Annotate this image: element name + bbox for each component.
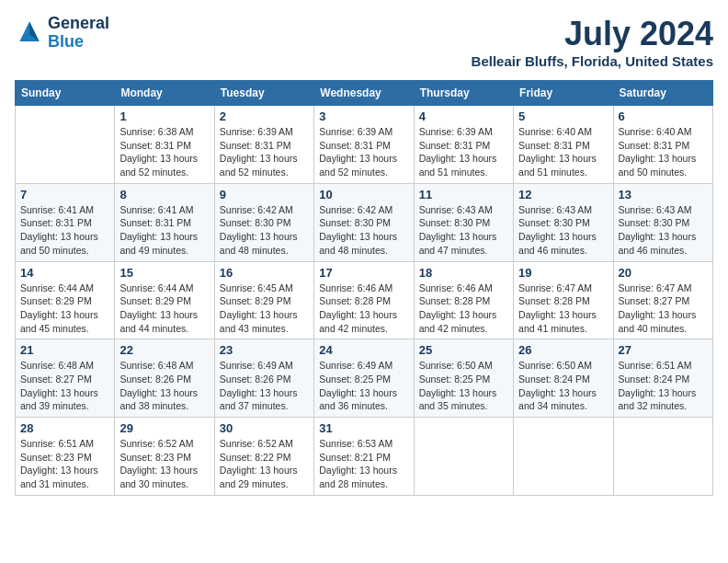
logo: General Blue [15, 15, 109, 52]
calendar-cell [16, 106, 115, 184]
week-row-5: 28Sunrise: 6:51 AMSunset: 8:23 PMDayligh… [16, 418, 713, 496]
location-title: Belleair Bluffs, Florida, United States [472, 53, 713, 69]
day-number: 11 [419, 188, 508, 201]
logo-text: General Blue [48, 15, 109, 52]
calendar-cell: 30Sunrise: 6:52 AMSunset: 8:22 PMDayligh… [214, 418, 313, 496]
calendar-cell: 8Sunrise: 6:41 AMSunset: 8:31 PMDaylight… [115, 183, 214, 261]
day-number: 29 [119, 421, 209, 435]
day-number: 24 [319, 343, 408, 357]
day-info: Sunrise: 6:40 AMSunset: 8:31 PMDaylight:… [619, 125, 708, 179]
weekday-header-row: SundayMondayTuesdayWednesdayThursdayFrid… [16, 81, 713, 106]
day-number: 18 [419, 266, 508, 280]
day-number: 5 [518, 109, 608, 123]
day-number: 23 [220, 343, 309, 357]
day-number: 15 [119, 266, 209, 280]
day-number: 17 [319, 266, 408, 280]
day-number: 25 [419, 343, 508, 357]
day-info: Sunrise: 6:47 AMSunset: 8:27 PMDaylight:… [619, 282, 708, 336]
day-number: 31 [319, 421, 408, 435]
calendar-cell: 11Sunrise: 6:43 AMSunset: 8:30 PMDayligh… [414, 183, 513, 261]
calendar-cell: 29Sunrise: 6:52 AMSunset: 8:23 PMDayligh… [115, 418, 214, 496]
calendar-cell: 13Sunrise: 6:43 AMSunset: 8:30 PMDayligh… [613, 183, 712, 261]
calendar-cell [514, 418, 613, 496]
weekday-header-saturday: Saturday [613, 81, 712, 106]
calendar-cell [414, 418, 513, 496]
day-number: 12 [518, 188, 608, 201]
calendar-cell: 25Sunrise: 6:50 AMSunset: 8:25 PMDayligh… [414, 339, 513, 418]
day-number: 27 [619, 343, 708, 357]
day-info: Sunrise: 6:39 AMSunset: 8:31 PMDaylight:… [419, 125, 508, 179]
calendar-cell: 21Sunrise: 6:48 AMSunset: 8:27 PMDayligh… [16, 339, 115, 418]
calendar-cell: 2Sunrise: 6:39 AMSunset: 8:31 PMDaylight… [214, 106, 313, 184]
day-info: Sunrise: 6:39 AMSunset: 8:31 PMDaylight:… [220, 125, 309, 179]
day-number: 10 [319, 188, 408, 201]
day-info: Sunrise: 6:46 AMSunset: 8:28 PMDaylight:… [419, 282, 508, 336]
day-number: 3 [319, 109, 408, 123]
weekday-header-tuesday: Tuesday [214, 81, 313, 106]
page-header: General Blue July 2024 Belleair Bluffs, … [15, 15, 713, 69]
calendar-cell: 7Sunrise: 6:41 AMSunset: 8:31 PMDaylight… [16, 183, 115, 261]
calendar-cell: 23Sunrise: 6:49 AMSunset: 8:26 PMDayligh… [214, 339, 313, 418]
week-row-4: 21Sunrise: 6:48 AMSunset: 8:27 PMDayligh… [16, 339, 713, 418]
weekday-header-friday: Friday [514, 81, 613, 106]
calendar-cell: 9Sunrise: 6:42 AMSunset: 8:30 PMDaylight… [214, 183, 313, 261]
day-number: 6 [619, 109, 708, 123]
day-number: 1 [119, 109, 209, 123]
logo-icon [15, 18, 44, 48]
day-number: 7 [20, 188, 109, 201]
calendar-cell: 26Sunrise: 6:50 AMSunset: 8:24 PMDayligh… [514, 339, 613, 418]
week-row-2: 7Sunrise: 6:41 AMSunset: 8:31 PMDaylight… [16, 183, 713, 261]
calendar-cell: 16Sunrise: 6:45 AMSunset: 8:29 PMDayligh… [214, 261, 313, 339]
day-info: Sunrise: 6:51 AMSunset: 8:24 PMDaylight:… [619, 359, 708, 413]
day-info: Sunrise: 6:52 AMSunset: 8:22 PMDaylight:… [220, 437, 309, 491]
week-row-1: 1Sunrise: 6:38 AMSunset: 8:31 PMDaylight… [16, 106, 713, 184]
calendar-cell: 6Sunrise: 6:40 AMSunset: 8:31 PMDaylight… [613, 106, 712, 184]
calendar-cell [613, 418, 712, 496]
weekday-header-thursday: Thursday [414, 81, 513, 106]
day-number: 30 [220, 421, 309, 435]
day-info: Sunrise: 6:44 AMSunset: 8:29 PMDaylight:… [119, 282, 209, 336]
day-info: Sunrise: 6:49 AMSunset: 8:25 PMDaylight:… [319, 359, 408, 413]
calendar-cell: 27Sunrise: 6:51 AMSunset: 8:24 PMDayligh… [613, 339, 712, 418]
day-number: 21 [20, 343, 109, 357]
calendar-cell: 22Sunrise: 6:48 AMSunset: 8:26 PMDayligh… [115, 339, 214, 418]
calendar-cell: 5Sunrise: 6:40 AMSunset: 8:31 PMDaylight… [514, 106, 613, 184]
day-info: Sunrise: 6:47 AMSunset: 8:28 PMDaylight:… [518, 282, 608, 336]
day-info: Sunrise: 6:49 AMSunset: 8:26 PMDaylight:… [220, 359, 309, 413]
day-number: 8 [119, 188, 209, 201]
day-info: Sunrise: 6:52 AMSunset: 8:23 PMDaylight:… [119, 437, 209, 491]
day-number: 14 [20, 266, 109, 280]
day-number: 19 [518, 266, 608, 280]
calendar-cell: 17Sunrise: 6:46 AMSunset: 8:28 PMDayligh… [314, 261, 414, 339]
weekday-header-sunday: Sunday [16, 81, 115, 106]
calendar-cell: 15Sunrise: 6:44 AMSunset: 8:29 PMDayligh… [115, 261, 214, 339]
week-row-3: 14Sunrise: 6:44 AMSunset: 8:29 PMDayligh… [16, 261, 713, 339]
day-info: Sunrise: 6:46 AMSunset: 8:28 PMDaylight:… [319, 282, 408, 336]
day-info: Sunrise: 6:40 AMSunset: 8:31 PMDaylight:… [518, 125, 608, 179]
calendar-cell: 19Sunrise: 6:47 AMSunset: 8:28 PMDayligh… [514, 261, 613, 339]
day-info: Sunrise: 6:44 AMSunset: 8:29 PMDaylight:… [20, 282, 109, 336]
day-info: Sunrise: 6:38 AMSunset: 8:31 PMDaylight:… [119, 125, 209, 179]
calendar-cell: 14Sunrise: 6:44 AMSunset: 8:29 PMDayligh… [16, 261, 115, 339]
calendar-cell: 12Sunrise: 6:43 AMSunset: 8:30 PMDayligh… [514, 183, 613, 261]
calendar-cell: 4Sunrise: 6:39 AMSunset: 8:31 PMDaylight… [414, 106, 513, 184]
day-number: 22 [119, 343, 209, 357]
day-number: 28 [20, 421, 109, 435]
day-info: Sunrise: 6:51 AMSunset: 8:23 PMDaylight:… [20, 437, 109, 491]
day-info: Sunrise: 6:53 AMSunset: 8:21 PMDaylight:… [319, 437, 408, 491]
calendar-cell: 28Sunrise: 6:51 AMSunset: 8:23 PMDayligh… [16, 418, 115, 496]
day-info: Sunrise: 6:39 AMSunset: 8:31 PMDaylight:… [319, 125, 408, 179]
day-info: Sunrise: 6:43 AMSunset: 8:30 PMDaylight:… [419, 203, 508, 258]
day-info: Sunrise: 6:50 AMSunset: 8:25 PMDaylight:… [419, 359, 508, 413]
day-info: Sunrise: 6:45 AMSunset: 8:29 PMDaylight:… [220, 282, 309, 336]
day-info: Sunrise: 6:42 AMSunset: 8:30 PMDaylight:… [220, 203, 309, 258]
calendar-cell: 31Sunrise: 6:53 AMSunset: 8:21 PMDayligh… [314, 418, 414, 496]
day-info: Sunrise: 6:48 AMSunset: 8:26 PMDaylight:… [119, 359, 209, 413]
calendar-cell: 1Sunrise: 6:38 AMSunset: 8:31 PMDaylight… [115, 106, 214, 184]
day-info: Sunrise: 6:43 AMSunset: 8:30 PMDaylight:… [518, 203, 608, 258]
weekday-header-monday: Monday [115, 81, 214, 106]
calendar-table: SundayMondayTuesdayWednesdayThursdayFrid… [15, 80, 713, 496]
day-info: Sunrise: 6:43 AMSunset: 8:30 PMDaylight:… [619, 203, 708, 258]
day-info: Sunrise: 6:42 AMSunset: 8:30 PMDaylight:… [319, 203, 408, 258]
calendar-cell: 10Sunrise: 6:42 AMSunset: 8:30 PMDayligh… [314, 183, 414, 261]
